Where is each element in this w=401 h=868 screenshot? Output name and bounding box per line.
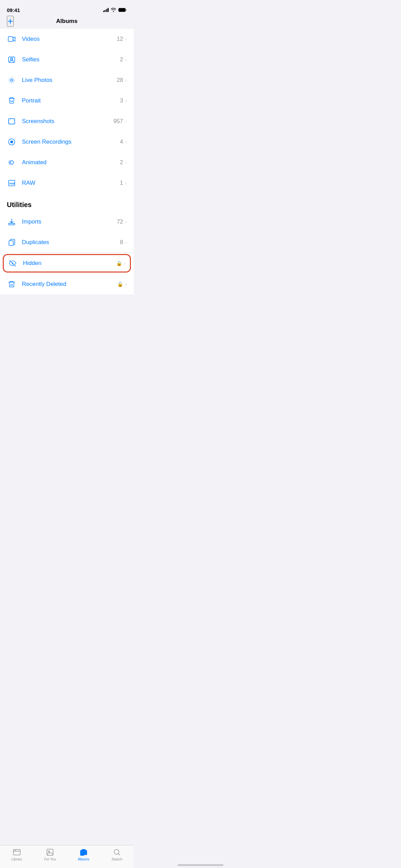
chevron-icon: › bbox=[125, 57, 127, 62]
item-label-live-photos: Live Photos bbox=[22, 77, 117, 84]
page-title: Albums bbox=[56, 18, 77, 25]
svg-point-6 bbox=[11, 79, 13, 81]
signal-icon bbox=[103, 8, 109, 12]
item-label-portrait: Portrait bbox=[22, 97, 120, 104]
list-item-hidden[interactable]: Hidden 🔒 › bbox=[3, 254, 131, 273]
chevron-icon: › bbox=[125, 281, 127, 287]
svg-point-11 bbox=[10, 141, 13, 143]
item-label-videos: Videos bbox=[22, 36, 117, 43]
svg-rect-14 bbox=[9, 223, 15, 225]
svg-point-5 bbox=[11, 58, 13, 60]
item-label-raw: RAW bbox=[22, 180, 120, 186]
chevron-icon: › bbox=[125, 77, 127, 83]
list-item-portrait[interactable]: Portrait 3 › bbox=[0, 91, 134, 111]
list-item-selfies[interactable]: Selfies 2 › bbox=[0, 49, 134, 70]
item-label-screen-recordings: Screen Recordings bbox=[22, 138, 120, 145]
svg-rect-2 bbox=[8, 37, 13, 41]
list-item-animated[interactable]: Animated 2 › bbox=[0, 152, 134, 173]
svg-rect-9 bbox=[9, 119, 15, 124]
item-label-animated: Animated bbox=[22, 159, 120, 166]
wifi-icon bbox=[111, 8, 116, 12]
trash-icon bbox=[7, 279, 16, 289]
scroll-area: Videos 12 › Selfies 2 › bbox=[0, 29, 134, 325]
live-photos-icon bbox=[7, 75, 16, 85]
item-right-recently-deleted: 🔒 › bbox=[117, 281, 127, 287]
screenshots-icon bbox=[7, 117, 16, 126]
item-right-raw: 1 › bbox=[120, 180, 127, 186]
list-item-screenshots[interactable]: Screenshots 957 › bbox=[0, 111, 134, 132]
list-item-duplicates[interactable]: Duplicates 8 › bbox=[0, 232, 134, 253]
status-time: 09:41 bbox=[7, 7, 20, 13]
raw-icon: RAW bbox=[7, 178, 16, 188]
item-right-imports: 72 › bbox=[117, 218, 127, 225]
item-label-duplicates: Duplicates bbox=[22, 239, 120, 246]
item-label-selfies: Selfies bbox=[22, 56, 120, 63]
chevron-icon: › bbox=[125, 160, 127, 165]
chevron-icon: › bbox=[125, 240, 127, 245]
chevron-icon: › bbox=[125, 180, 127, 186]
item-right-animated: 2 › bbox=[120, 159, 127, 166]
svg-rect-1 bbox=[126, 9, 127, 11]
item-label-hidden: Hidden bbox=[23, 260, 116, 267]
chevron-icon: › bbox=[125, 119, 127, 124]
item-label-recently-deleted: Recently Deleted bbox=[22, 281, 117, 288]
utilities-section: Utilities Imports 72 › bbox=[0, 193, 134, 294]
list-item-imports[interactable]: Imports 72 › bbox=[0, 212, 134, 232]
chevron-icon: › bbox=[125, 219, 127, 225]
media-types-section: Videos 12 › Selfies 2 › bbox=[0, 29, 134, 193]
chevron-icon: › bbox=[125, 98, 127, 104]
list-item-screen-recordings[interactable]: Screen Recordings 4 › bbox=[0, 132, 134, 152]
item-label-screenshots: Screenshots bbox=[22, 118, 113, 125]
duplicates-icon bbox=[7, 238, 16, 247]
item-right-duplicates: 8 › bbox=[120, 239, 127, 246]
list-item-raw[interactable]: RAW RAW 1 › bbox=[0, 173, 134, 193]
add-album-button[interactable]: + bbox=[7, 16, 14, 27]
hidden-icon bbox=[8, 258, 17, 268]
list-item-live-photos[interactable]: Live Photos 28 › bbox=[0, 70, 134, 91]
screen-recording-icon bbox=[7, 137, 16, 147]
svg-rect-0 bbox=[119, 8, 126, 12]
item-right-screen-recordings: 4 › bbox=[120, 138, 127, 145]
utilities-section-header: Utilities bbox=[0, 193, 134, 212]
status-icons bbox=[103, 8, 127, 12]
svg-text:RAW: RAW bbox=[10, 182, 15, 185]
list-item-recently-deleted[interactable]: Recently Deleted 🔒 › bbox=[0, 274, 134, 294]
selfie-icon bbox=[7, 55, 16, 64]
item-right-portrait: 3 › bbox=[120, 97, 127, 104]
animated-icon bbox=[7, 158, 16, 167]
svg-point-7 bbox=[10, 78, 14, 82]
item-right-hidden: 🔒 › bbox=[116, 261, 126, 266]
portrait-icon bbox=[7, 96, 16, 106]
chevron-icon: › bbox=[125, 139, 127, 145]
status-bar: 09:41 bbox=[0, 0, 134, 15]
item-label-imports: Imports bbox=[22, 218, 117, 225]
chevron-icon: › bbox=[125, 36, 127, 42]
video-icon bbox=[7, 34, 16, 44]
list-item-videos[interactable]: Videos 12 › bbox=[0, 29, 134, 49]
imports-icon bbox=[7, 217, 16, 227]
item-right-screenshots: 957 › bbox=[113, 118, 127, 125]
lock-icon: 🔒 bbox=[117, 281, 123, 287]
battery-icon bbox=[118, 8, 127, 12]
item-right-selfies: 2 › bbox=[120, 56, 127, 63]
svg-rect-15 bbox=[9, 241, 13, 245]
item-right-live-photos: 28 › bbox=[117, 77, 127, 84]
item-right-videos: 12 › bbox=[117, 36, 127, 43]
lock-icon: 🔒 bbox=[116, 261, 122, 266]
chevron-icon: › bbox=[124, 261, 126, 266]
nav-header: + Albums bbox=[0, 15, 134, 29]
